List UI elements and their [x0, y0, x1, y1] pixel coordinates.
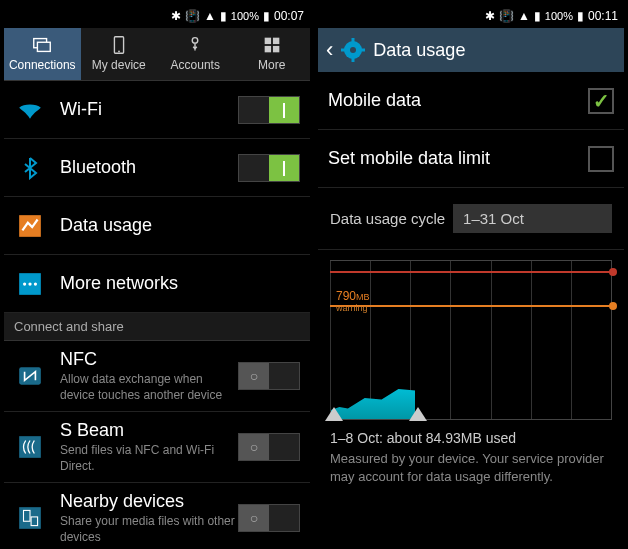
row-data-usage[interactable]: Data usage — [4, 197, 310, 255]
row-wifi[interactable]: Wi-Fi — [4, 81, 310, 139]
back-icon[interactable]: ‹ — [326, 37, 333, 63]
signal-icon: ▮ — [534, 9, 541, 23]
tab-accounts[interactable]: Accounts — [157, 28, 234, 80]
svg-point-20 — [350, 47, 356, 53]
tab-connections[interactable]: Connections — [4, 28, 81, 80]
status-bar: ✱ 📳 ▲ ▮ 100% ▮ 00:07 — [4, 4, 310, 28]
row-title: Bluetooth — [60, 157, 238, 178]
nfc-icon — [14, 360, 46, 392]
warning-line[interactable] — [330, 305, 613, 307]
row-nfc[interactable]: NFC Allow data exchange when device touc… — [4, 341, 310, 412]
accounts-icon — [184, 34, 206, 56]
usage-summary: 1–8 Oct: about 84.93MB used — [318, 420, 624, 448]
cycle-label: Data usage cycle — [330, 210, 445, 227]
row-title: NFC — [60, 349, 238, 370]
settings-tabs: Connections My device Accounts More — [4, 28, 310, 81]
header-title: Data usage — [373, 40, 465, 61]
sbeam-toggle[interactable] — [238, 433, 300, 461]
section-connect-share: Connect and share — [4, 313, 310, 341]
row-more-networks[interactable]: More networks — [4, 255, 310, 313]
data-usage-icon — [14, 210, 46, 242]
row-title: Nearby devices — [60, 491, 238, 512]
clock: 00:07 — [274, 9, 304, 23]
bluetooth-toggle[interactable] — [238, 154, 300, 182]
wifi-icon — [14, 94, 46, 126]
row-cycle: Data usage cycle 1–31 Oct — [318, 188, 624, 250]
svg-rect-5 — [264, 38, 270, 44]
tab-my-device[interactable]: My device — [81, 28, 158, 80]
battery-icon: ▮ — [577, 9, 584, 23]
bluetooth-icon: ✱ — [171, 9, 181, 23]
tab-more[interactable]: More — [234, 28, 311, 80]
svg-rect-6 — [273, 38, 279, 44]
battery-icon: ▮ — [263, 9, 270, 23]
tab-label: Connections — [9, 58, 76, 72]
row-set-limit[interactable]: Set mobile data limit — [318, 130, 624, 188]
cycle-selector[interactable]: 1–31 Oct — [453, 204, 612, 233]
row-title: Mobile data — [328, 90, 588, 111]
mute-icon: 📳 — [185, 9, 200, 23]
row-title: Data usage — [60, 215, 300, 236]
device-icon — [108, 34, 130, 56]
clock: 00:11 — [588, 9, 618, 23]
nfc-toggle[interactable] — [238, 362, 300, 390]
status-bar: ✱ 📳 ▲ ▮ 100% ▮ 00:11 — [318, 4, 624, 28]
svg-rect-15 — [19, 436, 41, 458]
row-sub: Share your media files with other device… — [60, 514, 238, 545]
sbeam-icon — [14, 431, 46, 463]
wifi-icon: ▲ — [518, 9, 530, 23]
settings-screen: ✱ 📳 ▲ ▮ 100% ▮ 00:07 Connections My devi… — [4, 4, 310, 545]
svg-point-3 — [118, 51, 120, 53]
wifi-toggle[interactable] — [238, 96, 300, 124]
limit-line[interactable] — [330, 271, 613, 273]
svg-rect-7 — [264, 46, 270, 52]
more-icon — [261, 34, 283, 56]
settings-list[interactable]: Wi-Fi Bluetooth Data usage More networks… — [4, 81, 310, 545]
svg-point-13 — [34, 282, 37, 285]
row-title: More networks — [60, 273, 300, 294]
nearby-icon — [14, 502, 46, 534]
svg-point-11 — [28, 282, 31, 285]
tab-label: My device — [92, 58, 146, 72]
svg-point-4 — [193, 38, 199, 44]
row-sub: Allow data exchange when device touches … — [60, 372, 238, 403]
battery-pct: 100% — [231, 10, 259, 22]
row-nearby-devices[interactable]: Nearby devices Share your media files wi… — [4, 483, 310, 545]
signal-icon: ▮ — [220, 9, 227, 23]
connections-icon — [31, 34, 53, 56]
mobile-data-checkbox[interactable] — [588, 88, 614, 114]
battery-pct: 100% — [545, 10, 573, 22]
tab-label: More — [258, 58, 285, 72]
svg-point-12 — [23, 282, 26, 285]
data-usage-content[interactable]: Mobile data Set mobile data limit Data u… — [318, 72, 624, 545]
tab-label: Accounts — [171, 58, 220, 72]
more-networks-icon — [14, 268, 46, 300]
wifi-icon: ▲ — [204, 9, 216, 23]
row-bluetooth[interactable]: Bluetooth — [4, 139, 310, 197]
screen-header: ‹ Data usage — [318, 28, 624, 72]
range-handle-end[interactable] — [409, 407, 427, 421]
range-handle-start[interactable] — [325, 407, 343, 421]
usage-note: Measured by your device. Your service pr… — [318, 448, 624, 495]
usage-chart: 790MB warning — [318, 250, 624, 420]
svg-rect-1 — [38, 42, 51, 51]
bluetooth-row-icon — [14, 152, 46, 184]
warning-label: 790MB warning — [336, 289, 370, 313]
bluetooth-icon: ✱ — [485, 9, 495, 23]
data-usage-screen: ✱ 📳 ▲ ▮ 100% ▮ 00:11 ‹ Data usage Mobile… — [318, 4, 624, 545]
row-title: Wi-Fi — [60, 99, 238, 120]
svg-rect-8 — [273, 46, 279, 52]
row-sub: Send files via NFC and Wi-Fi Direct. — [60, 443, 238, 474]
nearby-toggle[interactable] — [238, 504, 300, 532]
row-mobile-data[interactable]: Mobile data — [318, 72, 624, 130]
row-sbeam[interactable]: S Beam Send files via NFC and Wi-Fi Dire… — [4, 412, 310, 483]
limit-checkbox[interactable] — [588, 146, 614, 172]
row-title: S Beam — [60, 420, 238, 441]
chart-area[interactable]: 790MB warning — [330, 260, 612, 420]
row-title: Set mobile data limit — [328, 148, 588, 169]
mute-icon: 📳 — [499, 9, 514, 23]
settings-gear-icon — [341, 38, 365, 62]
